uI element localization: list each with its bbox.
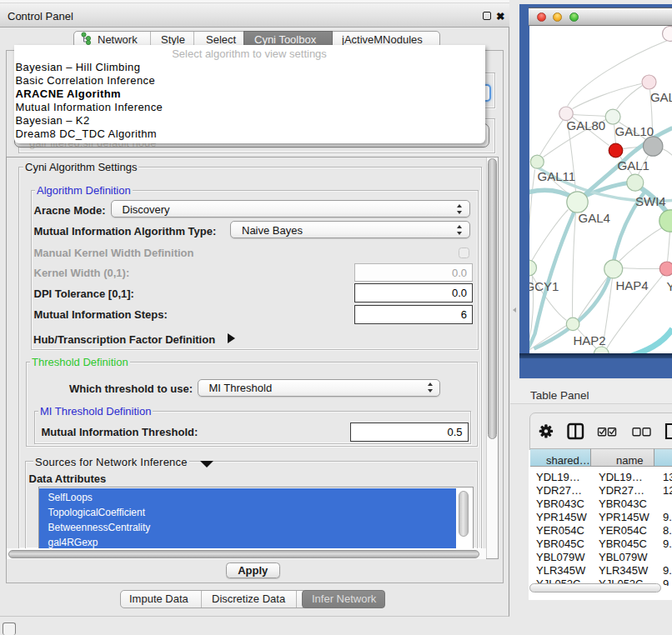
svg-text:GAL1: GAL1 bbox=[617, 158, 649, 172]
svg-text:GAL11: GAL11 bbox=[537, 168, 575, 182]
svg-text:HAP4: HAP4 bbox=[615, 278, 648, 292]
svg-text:GAL4: GAL4 bbox=[578, 210, 609, 224]
svg-text:Y: Y bbox=[666, 278, 672, 292]
svg-text:GAL80: GAL80 bbox=[566, 118, 605, 132]
svg-text:GAL10: GAL10 bbox=[614, 123, 654, 138]
svg-text:GCY1: GCY1 bbox=[529, 278, 559, 292]
svg-text:GAL: GAL bbox=[649, 89, 672, 103]
svg-text:HAP2: HAP2 bbox=[573, 332, 605, 347]
svg-text:SWI4: SWI4 bbox=[635, 193, 666, 208]
